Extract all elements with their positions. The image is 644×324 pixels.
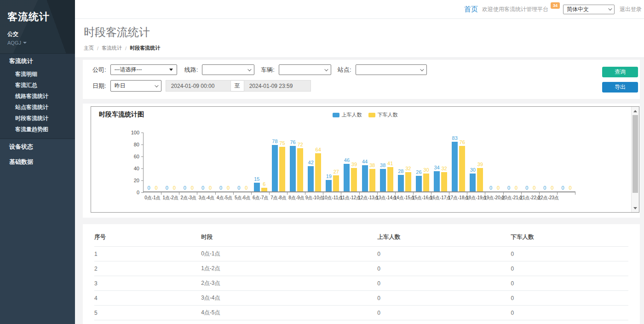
bar-chart: 000点-1点001点-2点002点-3点003点-4点004点-5点005点-… (143, 133, 575, 192)
bar-value-label: 0 (507, 185, 510, 191)
bar-value-label: 44 (362, 159, 368, 164)
x-axis-label: 6点-7点 (253, 195, 268, 201)
sidebar-subitem-3[interactable]: 站点客流统计 (0, 102, 75, 113)
sidebar-subitem-5[interactable]: 客流量趋势图 (0, 124, 75, 135)
home-link[interactable]: 首页 (464, 5, 478, 14)
bar-pair: 00 (234, 133, 252, 191)
table-row: 32点-3点00 (94, 276, 628, 291)
station-select[interactable] (356, 64, 427, 75)
bar-pair: 3841 (378, 133, 396, 191)
search-button[interactable]: 查询 (602, 67, 638, 77)
brand-header: 客流统计 公交 AQGJ (0, 0, 75, 53)
bar-value-label: 0 (209, 185, 212, 191)
breadcrumb-item-1[interactable]: 客流统计 (102, 45, 122, 52)
date-end-input[interactable]: 2024-01-09 23:59 (244, 80, 311, 92)
date-to-label: 至 (231, 80, 244, 92)
line-label: 线路: (184, 66, 198, 74)
bar-上车人数: 19 (326, 180, 332, 191)
chevron-down-icon (155, 83, 158, 87)
bar-value-label: 41 (387, 161, 393, 166)
header-index: 序号 (94, 230, 201, 247)
sidebar-item-passenger-stats[interactable]: 客流统计 (0, 54, 75, 69)
chart-category: 0021点-22点 (522, 133, 540, 191)
company-value: ---请选择--- (115, 66, 142, 74)
bar-pair: 00 (216, 133, 234, 191)
sidebar-subitem-2[interactable]: 线路客流统计 (0, 91, 75, 102)
bar-pair: 00 (197, 133, 215, 191)
scrollbar-thumb[interactable] (632, 115, 638, 193)
bar-下车人数: 32 (405, 172, 411, 191)
user-menu[interactable]: AQGJ (7, 40, 68, 46)
x-axis-label: 3点-4点 (199, 195, 214, 201)
table-cell: 0 (377, 320, 511, 324)
y-axis-tick-mark (141, 145, 144, 145)
bar-value-label: 42 (308, 160, 314, 165)
sidebar-submenu: 客流明细客流汇总线路客流统计站点客流统计时段客流统计客流量趋势图 (0, 69, 75, 135)
station-label: 站点: (338, 66, 351, 74)
bar-value-label: 0 (569, 185, 571, 191)
table-cell: 0 (377, 306, 511, 320)
logout-link[interactable]: 退出登录 (620, 6, 642, 13)
table-cell: 1点-2点 (201, 261, 377, 276)
table-cell: 1 (94, 247, 201, 261)
breadcrumb-item-0[interactable]: 主页 (84, 45, 94, 52)
y-axis-tick-label: 80 (125, 142, 139, 147)
bar-value-label: 83 (452, 135, 458, 141)
table-panel: 序号 时段 上车人数 下车人数 10点-1点0021点-2点0032点-3点00… (83, 224, 640, 324)
chart-category: 000点-1点 (144, 133, 161, 191)
date-preset-select[interactable]: 昨日 (110, 80, 161, 92)
bar-value-label: 0 (201, 185, 204, 191)
filter-panel: 公司: ---请选择--- 线路: 车辆: 站点: 日期: 昨日 2024-01… (83, 60, 640, 99)
nav-group-passenger-stats: 客流统计 客流明细客流汇总线路客流统计站点客流统计时段客流统计客流量趋势图 (0, 53, 75, 139)
table-cell: 0 (511, 247, 628, 261)
x-axis-label: 9点-10点 (305, 195, 324, 201)
sidebar-item-device-status[interactable]: 设备状态 (0, 139, 75, 154)
date-start-input[interactable]: 2024-01-09 00:00 (166, 80, 231, 92)
sidebar-item-base-data[interactable]: 基础数据 (0, 154, 75, 169)
chart-category: 443812点-13点 (360, 133, 378, 191)
chart-category: 384113点-14点 (378, 133, 396, 191)
bar-value-label: 6 (263, 181, 265, 187)
company-select[interactable]: ---请选择--- (110, 64, 177, 75)
bar-value-label: 46 (344, 157, 350, 163)
y-axis-tick-label: 20 (125, 178, 139, 183)
bar-value-label: 38 (380, 162, 385, 168)
table-row: 65点-6点00 (94, 320, 628, 324)
bar-pair: 156 (252, 133, 270, 191)
sidebar-subitem-0[interactable]: 客流明细 (0, 69, 75, 80)
chart-category: 001点-2点 (161, 133, 179, 191)
scroll-down-button[interactable] (632, 204, 639, 212)
page-heading: 时段客流统计 主页/客流统计/时段客流统计 (75, 19, 644, 58)
y-axis-tick-mark (141, 168, 144, 169)
scroll-down-icon (633, 207, 637, 209)
sidebar-subitem-1[interactable]: 客流汇总 (0, 80, 75, 91)
org-name: 公交 (7, 30, 68, 38)
sidebar-subitem-4[interactable]: 时段客流统计 (0, 113, 75, 124)
bar-value-label: 0 (191, 185, 194, 191)
bar-value-label: 28 (398, 168, 403, 174)
y-axis-tick-mark (141, 133, 144, 133)
x-axis-label: 22点-23点 (538, 195, 559, 201)
table-row: 43点-4点00 (94, 291, 628, 306)
language-select[interactable]: 简体中文 (563, 5, 615, 14)
bar-value-label: 0 (543, 185, 546, 191)
export-button[interactable]: 导出 (602, 82, 638, 93)
line-select[interactable] (202, 64, 254, 75)
notification-badge[interactable]: 34 (551, 2, 560, 9)
bar-value-label: 0 (489, 185, 492, 191)
breadcrumb-separator: / (97, 46, 98, 51)
x-axis-label: 1点-2点 (162, 195, 178, 201)
legend-item-0[interactable]: 上车人数 (333, 111, 362, 118)
bar-下车人数: 39 (351, 168, 357, 191)
table-cell: 0 (511, 291, 628, 306)
scroll-up-button[interactable] (632, 107, 639, 115)
filter-row-2: 日期: 昨日 2024-01-09 00:00 至 2024-01-09 23:… (92, 80, 311, 92)
chart-category: 002点-3点 (179, 133, 197, 191)
chart-category: 303918点-19点 (467, 133, 485, 191)
bar-value-label: 0 (166, 185, 168, 191)
vehicle-select[interactable] (279, 64, 331, 75)
legend-item-1[interactable]: 下车人数 (368, 111, 398, 118)
chart-scrollbar[interactable] (631, 107, 639, 212)
bar-value-label: 0 (515, 185, 518, 191)
bar-value-label: 27 (334, 169, 339, 174)
